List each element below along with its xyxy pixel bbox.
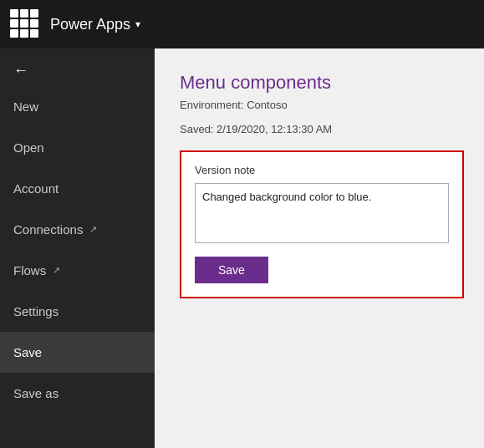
sidebar-item-label: Save as <box>13 386 59 400</box>
save-button[interactable]: Save <box>195 257 268 283</box>
back-button[interactable]: ← <box>0 48 155 86</box>
sidebar-item-label: Open <box>13 140 44 155</box>
sidebar-item-settings[interactable]: Settings <box>0 291 155 332</box>
version-note-label: Version note <box>195 164 449 176</box>
sidebar-item-new[interactable]: New <box>0 86 155 127</box>
sidebar-item-label: Save <box>13 345 42 359</box>
sidebar-item-label: Connections <box>13 222 83 237</box>
environment-label: Environment: Contoso <box>180 99 459 111</box>
sidebar-item-flows[interactable]: Flows ↗ <box>0 250 155 291</box>
sidebar-item-save[interactable]: Save <box>0 332 155 373</box>
external-link-icon: ↗ <box>53 265 60 276</box>
version-note-input[interactable]: Changed background color to blue. <box>195 183 449 243</box>
sidebar-item-connections[interactable]: Connections ↗ <box>0 209 155 250</box>
sidebar-item-account[interactable]: Account <box>0 168 155 209</box>
sidebar-item-label: New <box>13 99 38 114</box>
chevron-down-icon[interactable]: ▾ <box>135 18 140 30</box>
external-link-icon: ↗ <box>89 224 97 235</box>
grid-icon[interactable] <box>10 9 40 39</box>
page-title: Menu components <box>180 72 459 94</box>
version-note-box: Version note Changed background color to… <box>180 150 464 298</box>
saved-timestamp: Saved: 2/19/2020, 12:13:30 AM <box>180 123 459 135</box>
main-content: Menu components Environment: Contoso Sav… <box>155 48 484 448</box>
sidebar-item-save-as[interactable]: Save as <box>0 373 155 414</box>
header: Power Apps ▾ <box>0 0 484 48</box>
sidebar-item-open[interactable]: Open <box>0 127 155 168</box>
sidebar-item-label: Flows <box>13 263 46 277</box>
sidebar-item-label: Account <box>13 181 59 196</box>
sidebar: ← New Open Account Connections ↗ Flows ↗… <box>0 48 155 448</box>
app-title: Power Apps <box>50 16 130 33</box>
sidebar-item-label: Settings <box>13 304 59 318</box>
